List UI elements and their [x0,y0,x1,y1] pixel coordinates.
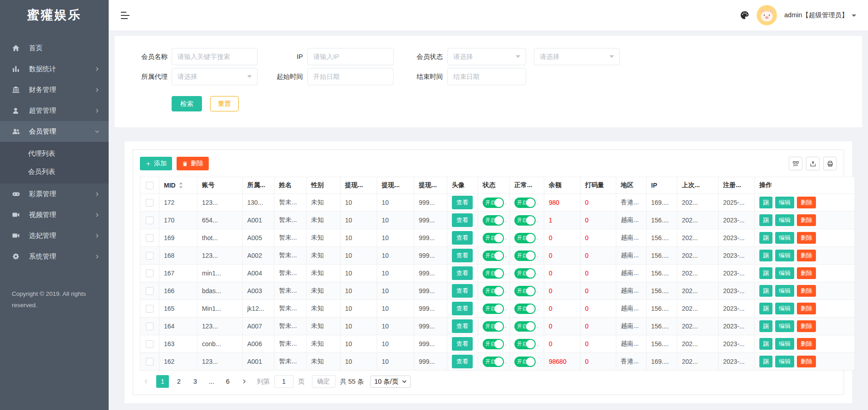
delete-row-button[interactable]: 删除 [797,267,816,279]
view-avatar-button[interactable]: 查看 [452,213,473,227]
row-checkbox[interactable] [146,252,153,260]
submenu-item-agent-list[interactable]: 代理列表 [0,145,109,163]
page-size-select[interactable]: 10 条/页 [370,376,411,388]
view-avatar-button[interactable]: 查看 [452,231,473,245]
status-toggle[interactable]: 开启 [514,215,536,226]
end-date-input[interactable] [447,68,526,85]
edit-button[interactable]: 编辑 [775,250,794,261]
select-all-checkbox[interactable] [146,182,153,189]
status-toggle[interactable]: 开启 [514,321,536,332]
edit-button[interactable]: 编辑 [775,197,794,208]
view-avatar-button[interactable]: 查看 [452,319,473,333]
view-avatar-button[interactable]: 查看 [452,302,473,315]
export-button[interactable] [806,157,820,170]
view-avatar-button[interactable]: 查看 [452,196,473,209]
next-page-button[interactable] [238,375,250,388]
kick-button[interactable]: 踢 [759,338,772,350]
view-avatar-button[interactable]: 查看 [452,266,473,280]
kick-button[interactable]: 踢 [759,197,772,208]
edit-button[interactable]: 编辑 [775,303,794,314]
user-dropdown[interactable]: admin【超级管理员】 [784,11,856,19]
sidebar-item-concubine[interactable]: 选妃管理 [0,225,109,246]
edit-button[interactable]: 编辑 [775,285,794,297]
status-toggle[interactable]: 开启 [483,321,504,332]
add-button[interactable]: 添加 [140,157,172,170]
sidebar-item-lottery[interactable]: 彩票管理 [0,183,109,204]
sidebar-item-home[interactable]: 首页 [0,38,109,58]
user-avatar[interactable] [757,5,777,25]
delete-row-button[interactable]: 删除 [797,232,816,244]
row-checkbox[interactable] [146,287,153,295]
member-name-input[interactable] [172,48,258,65]
status-toggle[interactable]: 开启 [483,357,504,367]
delete-row-button[interactable]: 删除 [797,356,816,367]
delete-row-button[interactable]: 删除 [797,303,816,314]
edit-button[interactable]: 编辑 [775,267,794,279]
columns-button[interactable] [789,157,802,170]
status-toggle[interactable]: 开启 [483,268,504,279]
view-avatar-button[interactable]: 查看 [452,249,473,262]
prev-page-button[interactable] [140,375,153,388]
status-toggle[interactable]: 开启 [483,286,504,296]
delete-row-button[interactable]: 删除 [797,250,816,261]
edit-button[interactable]: 编辑 [775,214,794,226]
row-checkbox[interactable] [146,270,153,277]
status-toggle[interactable]: 开启 [483,215,504,226]
status-toggle[interactable]: 开启 [514,286,536,296]
status-toggle[interactable]: 开启 [483,233,504,243]
view-avatar-button[interactable]: 查看 [452,284,473,298]
page-2-button[interactable]: 2 [173,375,185,388]
confirm-page-button[interactable]: 确定 [312,375,336,388]
kick-button[interactable]: 踢 [759,285,772,297]
page-3-button[interactable]: 3 [189,375,201,388]
status-toggle[interactable]: 开启 [483,251,504,261]
view-avatar-button[interactable]: 查看 [452,355,473,368]
delete-row-button[interactable]: 删除 [797,197,816,208]
start-date-input[interactable] [307,68,393,85]
search-button[interactable]: 检索 [172,96,202,111]
sidebar-item-system[interactable]: 系统管理 [0,246,109,267]
delete-row-button[interactable]: 删除 [797,214,816,226]
row-checkbox[interactable] [146,305,153,313]
print-button[interactable] [823,157,837,170]
row-checkbox[interactable] [146,217,153,224]
ip-input[interactable] [307,48,393,65]
edit-button[interactable]: 编辑 [775,356,794,367]
status-toggle[interactable]: 开启 [514,233,536,243]
delete-row-button[interactable]: 删除 [797,320,816,332]
status-toggle[interactable]: 开启 [483,339,504,349]
page-6-button[interactable]: 6 [221,375,234,388]
status-toggle[interactable]: 开启 [514,357,536,367]
status-toggle[interactable]: 开启 [514,198,536,208]
sidebar-item-video[interactable]: 视频管理 [0,204,109,225]
sidebar-item-stats[interactable]: 数据统计 [0,58,109,79]
member-status-select[interactable]: 请选择 [447,48,526,65]
delete-button[interactable]: 删除 [177,157,209,170]
submenu-item-member-list[interactable]: 会员列表 [0,163,109,181]
kick-button[interactable]: 踢 [759,356,772,367]
theme-palette-icon[interactable] [740,10,749,20]
status-toggle[interactable]: 开启 [514,251,536,261]
page-1-button[interactable]: 1 [156,375,169,388]
delete-row-button[interactable]: 删除 [797,338,816,350]
status-toggle[interactable]: 开启 [514,268,536,279]
row-checkbox[interactable] [146,358,153,366]
sidebar-item-superadmin[interactable]: 超管管理 [0,100,109,121]
sidebar-item-members[interactable]: 会员管理 [0,121,109,142]
kick-button[interactable]: 踢 [759,250,772,261]
agent-select[interactable]: 请选择 [172,68,258,85]
kick-button[interactable]: 踢 [759,232,772,244]
edit-button[interactable]: 编辑 [775,338,794,350]
kick-button[interactable]: 踢 [759,214,772,226]
edit-button[interactable]: 编辑 [775,232,794,244]
delete-row-button[interactable]: 删除 [797,285,816,297]
kick-button[interactable]: 踢 [759,320,772,332]
row-checkbox[interactable] [146,199,153,207]
status-extra-select[interactable]: 请选择 [534,48,620,65]
page-number-input[interactable] [274,375,293,388]
sidebar-collapse-icon[interactable] [120,11,130,19]
status-toggle[interactable]: 开启 [483,304,504,314]
status-toggle[interactable]: 开启 [514,339,536,349]
row-checkbox[interactable] [146,340,153,348]
sidebar-item-finance[interactable]: 财务管理 [0,79,109,100]
